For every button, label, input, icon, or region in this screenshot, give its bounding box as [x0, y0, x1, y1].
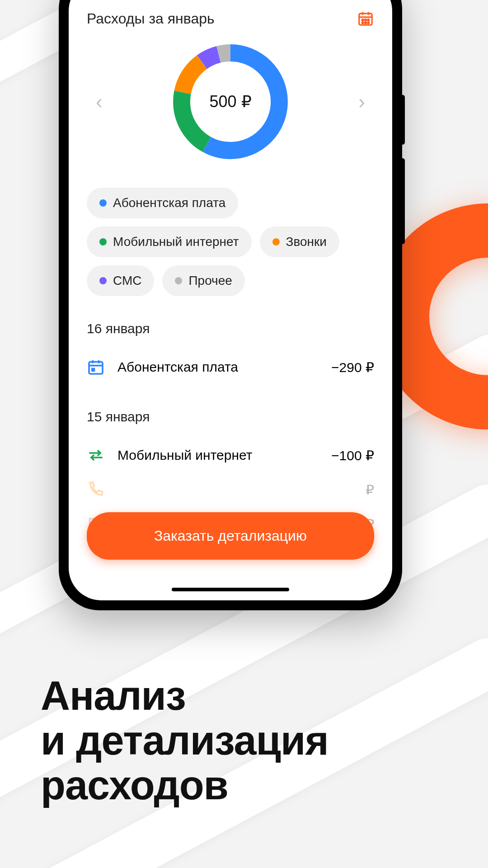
date-header: 16 января	[87, 321, 374, 336]
svg-point-5	[365, 19, 366, 21]
phone-side-button	[400, 158, 405, 244]
screen-title: Расходы за январь	[87, 10, 215, 27]
legend-label: Прочее	[188, 274, 232, 288]
transaction-amount: −100 ₽	[331, 448, 374, 463]
legend-chip[interactable]: Прочее	[162, 265, 244, 296]
transfer-icon	[87, 446, 105, 464]
expenses-donut-chart: 500 ₽	[169, 41, 291, 163]
home-indicator	[172, 588, 289, 591]
legend-label: Звонки	[286, 235, 327, 249]
legend-chip[interactable]: Звонки	[260, 226, 339, 257]
legend-dot-icon	[99, 277, 107, 284]
screen-header: Расходы за январь	[87, 10, 374, 27]
svg-point-6	[368, 19, 369, 21]
svg-rect-15	[89, 362, 103, 374]
legend-label: СМС	[113, 274, 141, 288]
legend-chip[interactable]: Мобильный интернет	[87, 226, 252, 257]
legend-dot-icon	[99, 199, 107, 207]
transaction-row[interactable]: Абонентская плата−290 ₽	[87, 350, 374, 384]
legend-chip[interactable]: СМС	[87, 265, 154, 296]
svg-rect-19	[91, 368, 95, 372]
chevron-right-icon[interactable]: ›	[349, 81, 374, 122]
date-header: 15 января	[87, 409, 374, 425]
transaction-amount: −290 ₽	[331, 359, 374, 375]
legend-chip[interactable]: Абонентская плата	[87, 188, 238, 218]
legend-chips: Абонентская платаМобильный интернетЗвонк…	[87, 188, 374, 296]
legend-label: Мобильный интернет	[113, 235, 239, 249]
transaction-row[interactable]: Мобильный интернет−100 ₽	[87, 438, 374, 472]
transaction-label: Мобильный интернет	[117, 448, 319, 463]
order-details-button[interactable]: Заказать детализацию	[87, 512, 374, 560]
transactions-list: 16 январяАбонентская плата−290 ₽15 январ…	[87, 321, 374, 541]
svg-point-9	[368, 22, 369, 24]
chevron-left-icon[interactable]: ‹	[87, 81, 112, 122]
order-details-label: Заказать детализацию	[154, 528, 307, 544]
phone-side-button	[400, 95, 405, 145]
phone-frame: Расходы за январь ‹	[59, 0, 402, 610]
transaction-amount: ₽	[366, 482, 374, 498]
donut-row: ‹ 500 ₽ ›	[87, 41, 374, 163]
legend-label: Абонентская плата	[113, 196, 225, 210]
legend-dot-icon	[99, 238, 107, 245]
svg-point-4	[362, 19, 363, 21]
calendar-icon[interactable]	[357, 10, 374, 27]
transaction-label: Абонентская плата	[117, 359, 319, 375]
app-screen: Расходы за январь ‹	[69, 0, 392, 600]
promo-headline: Анализ и детализация расходов	[41, 674, 328, 808]
legend-dot-icon	[272, 238, 280, 245]
calendar-icon	[87, 358, 105, 376]
legend-dot-icon	[175, 277, 182, 284]
svg-point-7	[362, 22, 363, 24]
transaction-row[interactable]: ₽	[87, 472, 374, 507]
svg-point-8	[365, 22, 366, 24]
donut-center-label: 500 ₽	[169, 41, 291, 163]
phone-icon	[87, 481, 105, 499]
